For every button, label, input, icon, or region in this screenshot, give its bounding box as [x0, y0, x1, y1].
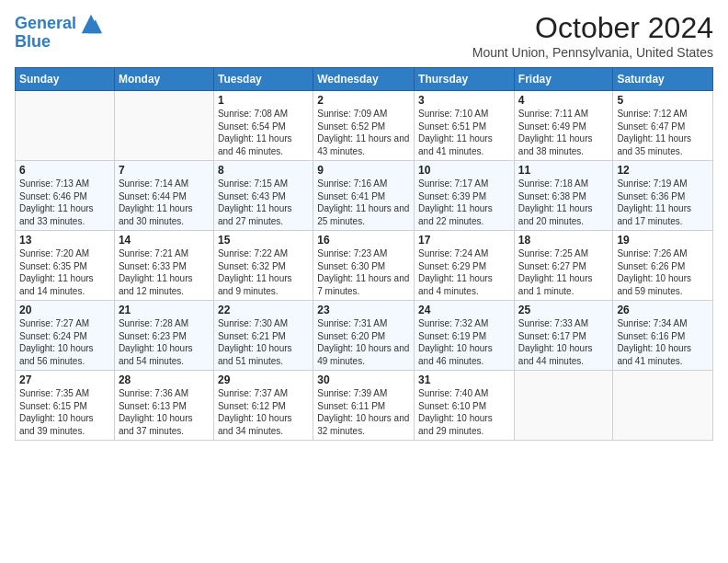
calendar-week-row: 27Sunrise: 7:35 AMSunset: 6:15 PMDayligh… [16, 371, 713, 441]
calendar-header-cell: Friday [514, 68, 613, 91]
day-number: 31 [418, 373, 510, 386]
day-number: 9 [317, 164, 410, 177]
cell-text: Sunrise: 7:35 AMSunset: 6:15 PMDaylight:… [19, 387, 110, 437]
calendar-cell: 15Sunrise: 7:22 AMSunset: 6:32 PMDayligh… [213, 231, 313, 301]
calendar-cell: 25Sunrise: 7:33 AMSunset: 6:17 PMDayligh… [514, 301, 613, 371]
calendar-cell: 26Sunrise: 7:34 AMSunset: 6:16 PMDayligh… [613, 301, 713, 371]
day-number: 25 [518, 304, 609, 316]
day-number: 23 [317, 304, 410, 316]
calendar-header-cell: Tuesday [213, 68, 313, 91]
title-area: October 2024 Mount Union, Pennsylvania, … [472, 11, 713, 60]
calendar-header-cell: Thursday [415, 68, 515, 91]
day-number: 17 [418, 234, 510, 247]
cell-text: Sunrise: 7:37 AMSunset: 6:12 PMDaylight:… [218, 387, 309, 437]
calendar-week-row: 6Sunrise: 7:13 AMSunset: 6:46 PMDaylight… [16, 161, 713, 231]
day-number: 24 [418, 304, 510, 316]
day-number: 15 [218, 234, 309, 247]
calendar-cell: 23Sunrise: 7:31 AMSunset: 6:20 PMDayligh… [313, 301, 415, 371]
header: General Blue October 2024 Mount Union, P… [15, 11, 713, 60]
calendar-cell: 28Sunrise: 7:36 AMSunset: 6:13 PMDayligh… [114, 371, 213, 441]
cell-text: Sunrise: 7:40 AMSunset: 6:10 PMDaylight:… [418, 387, 510, 437]
day-number: 5 [617, 94, 709, 107]
calendar-header-cell: Wednesday [313, 68, 415, 91]
calendar-cell: 18Sunrise: 7:25 AMSunset: 6:27 PMDayligh… [514, 231, 613, 301]
cell-text: Sunrise: 7:24 AMSunset: 6:29 PMDaylight:… [418, 247, 510, 297]
calendar-cell: 24Sunrise: 7:32 AMSunset: 6:19 PMDayligh… [415, 301, 515, 371]
calendar-cell [16, 91, 115, 161]
day-number: 27 [19, 373, 110, 386]
calendar-cell [514, 371, 613, 441]
calendar-cell: 4Sunrise: 7:11 AMSunset: 6:49 PMDaylight… [514, 91, 613, 161]
cell-text: Sunrise: 7:23 AMSunset: 6:30 PMDaylight:… [317, 247, 410, 297]
day-number: 6 [19, 164, 110, 177]
calendar-cell: 19Sunrise: 7:26 AMSunset: 6:26 PMDayligh… [613, 231, 713, 301]
calendar-cell: 21Sunrise: 7:28 AMSunset: 6:23 PMDayligh… [114, 301, 213, 371]
calendar-cell: 6Sunrise: 7:13 AMSunset: 6:46 PMDaylight… [16, 161, 115, 231]
day-number: 20 [19, 304, 110, 316]
calendar-cell: 10Sunrise: 7:17 AMSunset: 6:39 PMDayligh… [415, 161, 515, 231]
day-number: 30 [317, 373, 410, 386]
subtitle: Mount Union, Pennsylvania, United States [472, 45, 713, 60]
cell-text: Sunrise: 7:13 AMSunset: 6:46 PMDaylight:… [19, 178, 110, 227]
day-number: 16 [317, 234, 410, 247]
calendar-cell: 3Sunrise: 7:10 AMSunset: 6:51 PMDaylight… [415, 91, 515, 161]
calendar-header-cell: Sunday [16, 68, 115, 91]
calendar-cell: 8Sunrise: 7:15 AMSunset: 6:43 PMDaylight… [213, 161, 313, 231]
calendar-cell [613, 371, 713, 441]
cell-text: Sunrise: 7:31 AMSunset: 6:20 PMDaylight:… [317, 317, 410, 367]
calendar-cell: 2Sunrise: 7:09 AMSunset: 6:52 PMDaylight… [313, 91, 415, 161]
calendar-week-row: 20Sunrise: 7:27 AMSunset: 6:24 PMDayligh… [16, 301, 713, 371]
day-number: 13 [19, 234, 110, 247]
calendar-cell: 20Sunrise: 7:27 AMSunset: 6:24 PMDayligh… [16, 301, 115, 371]
day-number: 12 [617, 164, 709, 177]
calendar-cell [114, 91, 213, 161]
cell-text: Sunrise: 7:27 AMSunset: 6:24 PMDaylight:… [19, 317, 110, 367]
logo-area: General Blue [15, 11, 104, 52]
calendar-cell: 7Sunrise: 7:14 AMSunset: 6:44 PMDaylight… [114, 161, 213, 231]
calendar-cell: 12Sunrise: 7:19 AMSunset: 6:36 PMDayligh… [613, 161, 713, 231]
day-number: 21 [119, 304, 210, 316]
logo-blue: Blue [15, 33, 51, 52]
day-number: 3 [418, 94, 510, 107]
calendar: SundayMondayTuesdayWednesdayThursdayFrid… [15, 67, 713, 441]
day-number: 4 [518, 94, 609, 107]
day-number: 1 [218, 94, 309, 107]
cell-text: Sunrise: 7:36 AMSunset: 6:13 PMDaylight:… [119, 387, 210, 437]
calendar-cell: 22Sunrise: 7:30 AMSunset: 6:21 PMDayligh… [213, 301, 313, 371]
day-number: 10 [418, 164, 510, 177]
calendar-cell: 9Sunrise: 7:16 AMSunset: 6:41 PMDaylight… [313, 161, 415, 231]
cell-text: Sunrise: 7:34 AMSunset: 6:16 PMDaylight:… [617, 317, 709, 367]
day-number: 19 [617, 234, 709, 247]
day-number: 28 [119, 373, 210, 386]
cell-text: Sunrise: 7:16 AMSunset: 6:41 PMDaylight:… [317, 178, 410, 227]
calendar-cell: 1Sunrise: 7:08 AMSunset: 6:54 PMDaylight… [213, 91, 313, 161]
day-number: 2 [317, 94, 410, 107]
calendar-cell: 17Sunrise: 7:24 AMSunset: 6:29 PMDayligh… [415, 231, 515, 301]
cell-text: Sunrise: 7:12 AMSunset: 6:47 PMDaylight:… [617, 108, 709, 157]
logo-text: General [15, 15, 76, 33]
day-number: 26 [617, 304, 709, 316]
calendar-cell: 27Sunrise: 7:35 AMSunset: 6:15 PMDayligh… [16, 371, 115, 441]
calendar-cell: 30Sunrise: 7:39 AMSunset: 6:11 PMDayligh… [313, 371, 415, 441]
main-title: October 2024 [472, 11, 713, 45]
cell-text: Sunrise: 7:39 AMSunset: 6:11 PMDaylight:… [317, 387, 410, 437]
calendar-header-cell: Monday [114, 68, 213, 91]
cell-text: Sunrise: 7:21 AMSunset: 6:33 PMDaylight:… [119, 247, 210, 297]
calendar-cell: 31Sunrise: 7:40 AMSunset: 6:10 PMDayligh… [415, 371, 515, 441]
calendar-cell: 16Sunrise: 7:23 AMSunset: 6:30 PMDayligh… [313, 231, 415, 301]
calendar-cell: 11Sunrise: 7:18 AMSunset: 6:38 PMDayligh… [514, 161, 613, 231]
day-number: 22 [218, 304, 309, 316]
cell-text: Sunrise: 7:18 AMSunset: 6:38 PMDaylight:… [518, 178, 609, 227]
day-number: 14 [119, 234, 210, 247]
cell-text: Sunrise: 7:30 AMSunset: 6:21 PMDaylight:… [218, 317, 309, 367]
calendar-week-row: 13Sunrise: 7:20 AMSunset: 6:35 PMDayligh… [16, 231, 713, 301]
cell-text: Sunrise: 7:15 AMSunset: 6:43 PMDaylight:… [218, 178, 309, 227]
calendar-cell: 13Sunrise: 7:20 AMSunset: 6:35 PMDayligh… [16, 231, 115, 301]
cell-text: Sunrise: 7:17 AMSunset: 6:39 PMDaylight:… [418, 178, 510, 227]
cell-text: Sunrise: 7:25 AMSunset: 6:27 PMDaylight:… [518, 247, 609, 297]
cell-text: Sunrise: 7:20 AMSunset: 6:35 PMDaylight:… [19, 247, 110, 297]
cell-text: Sunrise: 7:33 AMSunset: 6:17 PMDaylight:… [518, 317, 609, 367]
day-number: 11 [518, 164, 609, 177]
calendar-header-row: SundayMondayTuesdayWednesdayThursdayFrid… [16, 68, 713, 91]
calendar-cell: 5Sunrise: 7:12 AMSunset: 6:47 PMDaylight… [613, 91, 713, 161]
